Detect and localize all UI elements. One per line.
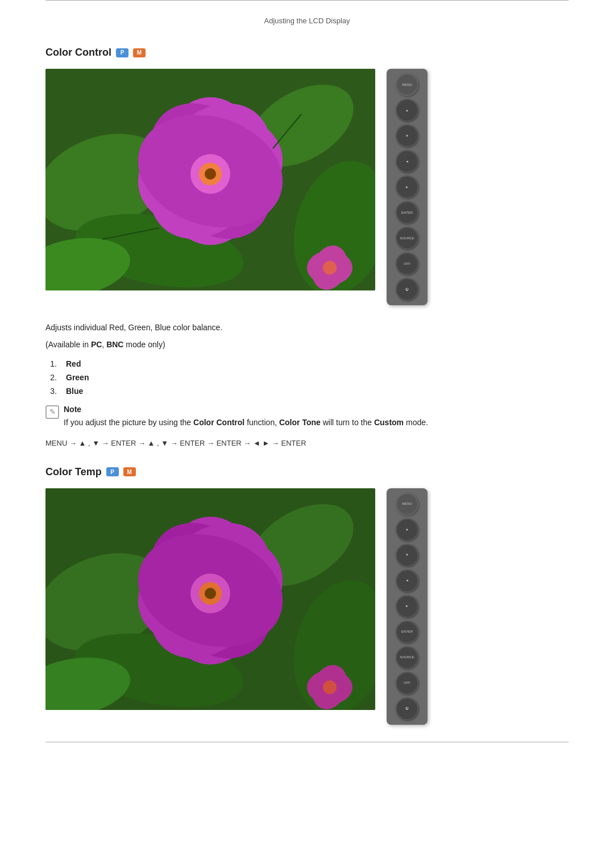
list-label-blue: Blue (66, 387, 83, 396)
badge2-m: M (123, 467, 136, 476)
badge-m: M (133, 48, 146, 57)
available-text: (Available in PC, BNC mode only) (45, 338, 569, 351)
list-item-3: 3. Blue (45, 387, 569, 396)
remote2-power-btn[interactable]: ⏻ (396, 697, 418, 720)
remote-enter-btn[interactable]: ENTER (396, 201, 418, 224)
note-title: Note (64, 405, 428, 414)
top-rule (45, 0, 569, 1)
available-bnc: BNC (106, 340, 123, 349)
page-header: Adjusting the LCD Display (45, 6, 569, 31)
remote-control-1: MENU ▲ ▼ ◄ ► ENTER SOURCE OFF (387, 69, 428, 305)
color-control-image-section: MENU ▲ ▼ ◄ ► ENTER SOURCE OFF (45, 69, 569, 305)
note-color-tone: Color Tone (279, 418, 321, 427)
svg-point-16 (323, 261, 337, 275)
remote2-source-btn[interactable]: SOURCE (396, 646, 418, 669)
remote-menu-label: MENU (402, 83, 412, 87)
remote2-off-btn[interactable]: OFF (396, 672, 418, 695)
remote-source-btn[interactable]: SOURCE (396, 227, 418, 250)
menu-path-1: MENU → ▲ , ▼ → ENTER → ▲ , ▼ → ENTER → E… (45, 437, 569, 450)
remote2-down-btn[interactable]: ▼ (396, 544, 418, 567)
remote2-enter-btn[interactable]: ENTER (396, 621, 418, 643)
list-label-green: Green (66, 373, 89, 382)
remote-menu-btn[interactable]: MENU (396, 73, 418, 96)
svg-point-32 (205, 588, 216, 599)
remote-up-btn[interactable]: ▲ (396, 99, 418, 122)
note-custom: Custom (374, 418, 404, 427)
list-item-2: 2. Green (45, 373, 569, 382)
description-text: Adjusts individual Red, Green, Blue colo… (45, 321, 569, 334)
bottom-rule (45, 742, 569, 742)
description-content: Adjusts individual Red, Green, Blue colo… (45, 323, 222, 332)
available-pc: PC (91, 340, 102, 349)
note-text-block: If you adjust the picture by using the C… (64, 416, 428, 429)
list-item-1: 1. Red (45, 359, 569, 368)
svg-point-13 (205, 168, 216, 180)
svg-point-35 (323, 680, 337, 694)
badge2-p: P (106, 467, 119, 476)
note-color-control: Color Control (193, 418, 244, 427)
remote-down-btn[interactable]: ▼ (396, 124, 418, 147)
color-temp-label: Color Temp (45, 466, 102, 478)
remote2-right-btn[interactable]: ► (396, 595, 418, 618)
badge-p: P (116, 48, 128, 57)
remote-right-btn[interactable]: ► (396, 176, 418, 198)
section2-title: Color Temp P M (45, 466, 569, 478)
remote2-up-btn[interactable]: ▲ (396, 518, 418, 541)
section1-title: Color Control P M (45, 47, 569, 59)
remote-off-btn[interactable]: OFF (396, 252, 418, 275)
list-label-red: Red (66, 359, 81, 368)
color-temp-image-section: MENU ▲ ▼ ◄ ► ENTER SOURCE OFF (45, 488, 569, 725)
note-box: ✎ Note If you adjust the picture by usin… (45, 405, 569, 429)
note-icon: ✎ (45, 405, 59, 419)
remote2-left-btn[interactable]: ◄ (396, 570, 418, 592)
remote-power-btn[interactable]: ⏻ (396, 278, 418, 301)
color-control-label: Color Control (45, 47, 111, 59)
remote2-menu-btn[interactable]: MENU (396, 493, 418, 516)
remote-left-btn[interactable]: ◄ (396, 150, 418, 173)
remote-control-2: MENU ▲ ▼ ◄ ► ENTER SOURCE OFF (387, 488, 428, 725)
note-content: Note If you adjust the picture by using … (64, 405, 428, 429)
color-temp-image (45, 488, 375, 710)
header-title: Adjusting the LCD Display (264, 16, 350, 25)
menu-path-text: MENU → ▲ , ▼ → ENTER → ▲ , ▼ → ENTER → E… (45, 439, 306, 447)
color-control-image (45, 69, 375, 290)
